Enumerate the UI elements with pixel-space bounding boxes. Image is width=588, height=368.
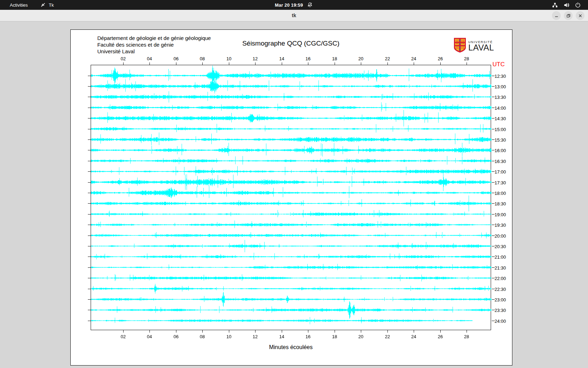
row-tick-right bbox=[492, 97, 495, 97]
x-tick-label: 16 bbox=[306, 56, 310, 61]
x-tick-label: 06 bbox=[174, 56, 178, 61]
row-tick-right bbox=[492, 118, 495, 118]
x-tick-label: 26 bbox=[438, 334, 443, 339]
utc-time-label: 19:30 bbox=[495, 223, 506, 228]
x-tick bbox=[308, 62, 308, 65]
row-tick-left bbox=[88, 86, 91, 87]
x-tick bbox=[176, 62, 176, 65]
x-tick bbox=[149, 330, 150, 333]
x-tick bbox=[229, 330, 229, 333]
row-tick-right bbox=[492, 139, 495, 140]
utc-time-label: 23:30 bbox=[495, 308, 506, 313]
utc-time-label: 17:30 bbox=[495, 180, 506, 185]
x-tick-label: 06 bbox=[174, 334, 178, 339]
row-tick-right bbox=[492, 161, 495, 161]
x-tick-label: 12 bbox=[253, 56, 258, 61]
utc-time-label: 14:30 bbox=[495, 116, 506, 121]
close-button[interactable] bbox=[576, 11, 584, 20]
x-tick bbox=[414, 330, 414, 333]
x-tick bbox=[467, 330, 467, 333]
x-tick-label: 18 bbox=[332, 56, 337, 61]
row-tick-right bbox=[492, 236, 495, 236]
utc-time-label: 22:00 bbox=[495, 276, 506, 281]
x-tick-label: 08 bbox=[200, 56, 205, 61]
clock[interactable]: Mar 20 19:59 bbox=[275, 2, 303, 8]
activities-button[interactable]: Activities bbox=[6, 2, 31, 8]
app-menu-label: Tk bbox=[49, 2, 54, 8]
x-tick-label: 24 bbox=[411, 334, 416, 339]
row-tick-left bbox=[88, 246, 91, 246]
x-tick-label: 28 bbox=[464, 56, 469, 61]
x-tick bbox=[229, 62, 229, 65]
row-tick-right bbox=[492, 267, 495, 268]
row-tick-left bbox=[88, 214, 91, 214]
x-tick bbox=[202, 62, 203, 65]
x-tick-label: 28 bbox=[464, 334, 469, 339]
minimize-button[interactable] bbox=[552, 11, 561, 20]
maximize-button[interactable] bbox=[564, 11, 573, 20]
x-tick bbox=[123, 62, 124, 65]
row-tick-right bbox=[492, 193, 495, 193]
utc-time-label: 18:00 bbox=[495, 191, 506, 196]
utc-time-label: 18:30 bbox=[495, 201, 506, 206]
row-tick-right bbox=[492, 257, 495, 257]
row-tick-right bbox=[492, 214, 495, 214]
row-tick-right bbox=[492, 225, 495, 225]
row-tick-left bbox=[88, 129, 91, 129]
row-tick-left bbox=[88, 289, 91, 289]
x-tick bbox=[308, 330, 308, 333]
row-tick-left bbox=[88, 150, 91, 150]
row-tick-right bbox=[492, 86, 495, 87]
x-tick-label: 14 bbox=[279, 334, 284, 339]
utc-time-label: 21:00 bbox=[495, 254, 506, 260]
row-tick-right bbox=[492, 108, 495, 108]
row-tick-left bbox=[88, 171, 91, 172]
row-tick-right bbox=[492, 278, 495, 278]
x-tick-label: 16 bbox=[306, 334, 310, 339]
x-tick bbox=[467, 62, 467, 65]
network-wired-icon[interactable] bbox=[552, 2, 558, 8]
row-tick-left bbox=[88, 267, 91, 268]
utc-time-label: 23:00 bbox=[495, 297, 506, 302]
x-tick-label: 10 bbox=[226, 334, 231, 339]
x-tick-label: 02 bbox=[121, 334, 126, 339]
seismogram-plot: UTC 020204040606080810101212141416161818… bbox=[91, 65, 491, 330]
utc-time-label: 20:00 bbox=[495, 233, 506, 239]
row-tick-left bbox=[88, 76, 91, 76]
row-tick-left bbox=[88, 139, 91, 140]
row-tick-left bbox=[88, 97, 91, 97]
address-line-3: Université Laval bbox=[97, 48, 211, 55]
laval-shield-icon bbox=[454, 38, 466, 54]
x-tick bbox=[387, 62, 388, 65]
window-title: tk bbox=[292, 13, 296, 18]
x-tick bbox=[123, 330, 124, 333]
x-tick-label: 14 bbox=[279, 56, 284, 61]
x-tick-label: 02 bbox=[121, 56, 126, 61]
universite-laval-logo: UNIVERSITÉ LAVAL bbox=[454, 38, 494, 54]
window-titlebar[interactable]: tk bbox=[0, 10, 588, 21]
x-tick bbox=[255, 62, 255, 65]
row-tick-left bbox=[88, 161, 91, 161]
utc-axis-label: UTC bbox=[492, 61, 505, 68]
x-tick-label: 22 bbox=[385, 56, 390, 61]
x-tick bbox=[361, 62, 361, 65]
row-tick-left bbox=[88, 118, 91, 118]
row-tick-right bbox=[492, 246, 495, 246]
seismograph-window: Département de géologie et de génie géol… bbox=[70, 29, 512, 366]
app-menu[interactable]: Tk bbox=[40, 2, 54, 8]
x-tick bbox=[387, 330, 388, 333]
row-tick-left bbox=[88, 236, 91, 236]
row-tick-left bbox=[88, 299, 91, 300]
utc-time-label: 17:00 bbox=[495, 169, 506, 175]
row-tick-left bbox=[88, 310, 91, 310]
row-tick-right bbox=[492, 203, 495, 204]
volume-icon[interactable] bbox=[564, 2, 569, 8]
x-axis-title: Minutes écoulées bbox=[91, 344, 491, 350]
x-tick bbox=[282, 62, 282, 65]
row-tick-right bbox=[492, 182, 495, 183]
power-icon[interactable] bbox=[575, 2, 581, 8]
row-tick-right bbox=[492, 76, 495, 76]
tk-icon bbox=[40, 2, 46, 8]
utc-time-label: 15:00 bbox=[495, 127, 506, 132]
utc-time-label: 21:30 bbox=[495, 265, 506, 271]
